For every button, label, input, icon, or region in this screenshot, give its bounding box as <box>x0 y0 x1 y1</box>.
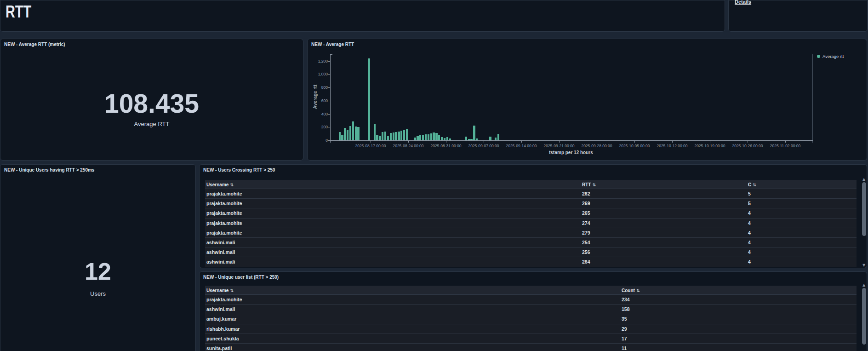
y-axis-line <box>330 54 331 143</box>
cell: ashwini.mali <box>206 249 235 255</box>
bar <box>384 132 386 140</box>
bar <box>395 132 397 140</box>
sort-icon: ⇅ <box>636 288 640 293</box>
table-row: prajakta.mohite2695 <box>205 199 857 208</box>
scroll-up-icon[interactable]: ▲ <box>861 177 867 181</box>
y-tick-mark <box>328 127 330 127</box>
cell: 4 <box>748 259 751 265</box>
y-tick-mark <box>328 114 330 115</box>
bar <box>382 132 383 140</box>
table-row: ashwini.mali158 <box>205 305 857 314</box>
cell: 264 <box>582 259 590 265</box>
cell: 5 <box>748 191 751 196</box>
table1-scrollbar[interactable]: ▲▼ <box>861 177 867 268</box>
unique-users-value: 12 <box>0 258 195 285</box>
bar <box>347 130 348 140</box>
cell: prajakta.mohite <box>206 297 242 302</box>
x-axis-line <box>330 140 813 141</box>
cell: 269 <box>582 201 590 206</box>
details-link[interactable]: Details <box>735 0 751 5</box>
scroll-up-icon[interactable]: ▲ <box>861 283 867 287</box>
panel-title: NEW - Unique Users having RTT > 250ms <box>4 167 94 173</box>
cell: 274 <box>582 220 590 226</box>
table2-scrollbar[interactable]: ▲▼ <box>861 283 867 351</box>
bar <box>473 126 475 140</box>
y-axis-top-tick <box>330 54 332 55</box>
cell: prajakta.mohite <box>206 191 242 196</box>
x-tick-mark <box>446 140 446 143</box>
y-tick-mark <box>328 101 330 101</box>
cell: ashwini.mali <box>206 240 235 245</box>
legend-label: Average rtt <box>822 54 844 59</box>
column-header-rtt[interactable]: RTT⇅ <box>582 182 596 187</box>
column-header-c[interactable]: C⇅ <box>748 182 756 187</box>
table-row: ashwini.mali2564 <box>205 247 857 257</box>
bar <box>489 137 491 140</box>
x-tick-mark <box>785 140 786 143</box>
cell: prajakta.mohite <box>206 220 242 226</box>
bar <box>387 136 389 140</box>
column-header-username[interactable]: Username⇅ <box>206 288 234 293</box>
bar <box>497 134 499 140</box>
cell: ashwini.mali <box>206 259 235 265</box>
table-row: prajakta.mohite2654 <box>205 208 857 218</box>
bar <box>339 132 341 140</box>
bar <box>441 137 443 140</box>
sort-icon: ⇅ <box>753 182 756 187</box>
scrollbar-thumb[interactable] <box>862 288 866 345</box>
x-tick-mark <box>597 140 597 143</box>
unique-users-metric-panel: NEW - Unique Users having RTT > 250ms 12… <box>0 164 196 351</box>
bar <box>449 138 451 140</box>
cell: 4 <box>748 240 751 245</box>
bar <box>428 134 429 140</box>
x-tick-mark <box>672 140 673 143</box>
table-row: sunita.patil11 <box>205 344 857 351</box>
bar <box>344 128 346 140</box>
cell: 4 <box>748 230 751 236</box>
cell: 262 <box>582 191 590 196</box>
cell: 35 <box>622 316 627 322</box>
bar <box>406 129 408 140</box>
column-header-count[interactable]: Count⇅ <box>622 288 640 293</box>
bar <box>465 137 467 140</box>
table-row: prajakta.mohite2794 <box>205 228 857 238</box>
bar <box>390 133 392 140</box>
cell: prajakta.mohite <box>206 201 242 206</box>
y-tick-label: 1,200 <box>309 59 328 63</box>
table-row: prajakta.mohite2744 <box>205 219 857 228</box>
y-tick-mark <box>328 140 330 141</box>
unique-users-label: Users <box>0 290 195 297</box>
x-tick-mark <box>559 140 560 143</box>
cell: ambuj.kumar <box>206 316 236 322</box>
scrollbar-thumb[interactable] <box>862 182 866 236</box>
plot-right-border <box>812 54 813 143</box>
bar <box>374 124 376 140</box>
unique-user-list-table: Username⇅Count⇅prajakta.mohite234ashwini… <box>205 286 857 351</box>
bar <box>357 127 359 140</box>
x-tick-mark <box>371 140 371 143</box>
bar <box>444 138 445 140</box>
cell: 29 <box>622 326 627 332</box>
table-row: ambuj.kumar35 <box>205 314 857 324</box>
bar <box>417 136 418 140</box>
bar <box>355 127 357 140</box>
sort-icon: ⇅ <box>230 182 234 187</box>
cell: prajakta.mohite <box>206 210 242 216</box>
y-tick-mark <box>328 61 330 62</box>
cell: ashwini.mali <box>206 306 235 312</box>
scroll-down-icon[interactable]: ▼ <box>861 263 867 267</box>
chart-legend[interactable]: Average rtt <box>817 52 844 60</box>
cell: 254 <box>582 240 590 245</box>
y-tick-mark <box>328 74 330 75</box>
bar <box>433 132 434 140</box>
table-header-row: Username⇅Count⇅ <box>205 286 857 295</box>
column-header-username[interactable]: Username⇅ <box>206 182 234 187</box>
cell: 234 <box>622 297 630 302</box>
y-tick-label: 1,000 <box>309 72 328 76</box>
cell: 158 <box>622 306 630 312</box>
bar <box>403 130 405 140</box>
x-tick-mark <box>710 140 710 143</box>
bar <box>352 121 354 140</box>
bar <box>476 138 478 140</box>
bar <box>400 131 402 140</box>
